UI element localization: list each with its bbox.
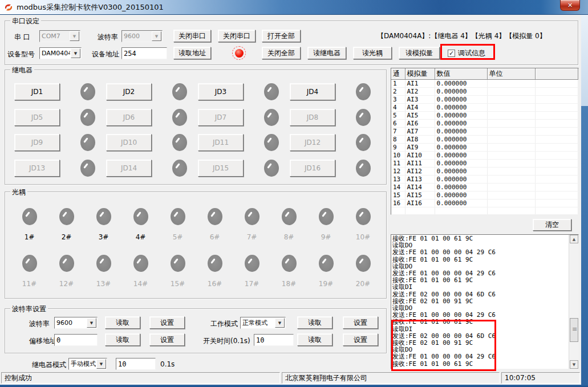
scroll-down-icon[interactable]: ▼ <box>570 360 578 369</box>
baud-label: 波特率 <box>98 32 118 42</box>
work-mode-set-button[interactable]: 设置 <box>343 316 378 329</box>
switch-time-set-button[interactable]: 设置 <box>343 333 378 346</box>
relay-button-jd1[interactable]: JD1 <box>14 83 60 100</box>
table-row: 7AI70.000000 <box>391 128 578 136</box>
table-row: 2AI20.000000 <box>391 88 578 96</box>
relay-mode-time-input[interactable] <box>116 358 156 370</box>
device-addr-input[interactable] <box>121 47 167 59</box>
baud-set-button[interactable]: 设置 <box>149 316 185 329</box>
switch-time-read-button[interactable]: 读取 <box>297 333 332 346</box>
analog-col-header: 模拟量 <box>405 68 435 80</box>
scrollbar-thumb[interactable] <box>570 318 578 342</box>
opto-label: 2# <box>62 233 72 241</box>
clear-log-button[interactable]: 清空 <box>533 219 571 231</box>
relay-button-jd2[interactable]: JD2 <box>106 83 152 100</box>
close-port-button-1[interactable]: 关闭串口 <box>173 30 211 42</box>
analog-col-header: 单位 <box>487 68 535 80</box>
table-cell <box>535 136 578 144</box>
table-cell: AI11 <box>405 160 435 168</box>
debug-info-label: 调试信息 <box>458 48 485 58</box>
relay-led-icon <box>80 109 95 126</box>
relay-button-jd4[interactable]: JD4 <box>290 83 335 100</box>
table-cell <box>487 192 535 199</box>
offset-set-button[interactable]: 设置 <box>149 333 185 346</box>
window-border-right <box>581 106 588 387</box>
relay-button-jd3[interactable]: JD3 <box>198 83 244 100</box>
chevron-down-icon: ▼ <box>71 48 80 58</box>
chevron-down-icon: ▼ <box>70 31 79 41</box>
close-button[interactable]: ✕ <box>560 0 580 11</box>
opto-group-title: 光耦 <box>10 188 27 197</box>
opto-cell: 3# <box>85 208 122 254</box>
relay-cell: JD1 <box>14 79 106 105</box>
table-cell <box>487 80 535 88</box>
debug-info-checkbox[interactable]: ✓ 调试信息 <box>448 48 485 58</box>
table-cell: AI1 <box>405 80 435 88</box>
relay-cell: JD4 <box>290 79 382 105</box>
table-cell: 14 <box>391 184 405 192</box>
opto-label: 1# <box>25 233 35 241</box>
window-border-right <box>581 15 588 106</box>
open-all-button[interactable]: 打开全部 <box>262 30 301 42</box>
table-cell <box>535 88 578 96</box>
table-row: 1AI10.000000 <box>391 80 578 88</box>
scroll-up-icon[interactable]: ▲ <box>570 235 578 243</box>
read-addr-button[interactable]: 读取地址 <box>173 47 211 59</box>
model-label: 设备型号 <box>7 50 35 59</box>
table-cell <box>487 104 535 112</box>
log-line: 接收:FE 02 01 00 91 9C <box>392 298 569 305</box>
relay-led-icon <box>80 160 95 177</box>
opto-label: 16# <box>208 280 222 288</box>
relay-mode-row: 继电器模式 手动模式▼ 0.1s <box>5 357 387 372</box>
work-mode-read-button[interactable]: 读取 <box>297 316 332 329</box>
table-cell <box>487 128 535 136</box>
baud2-select[interactable]: 9600▼ <box>54 317 98 329</box>
log-scrollbar[interactable]: ▲ ▼ <box>569 235 578 369</box>
opto-label: 14# <box>133 280 148 288</box>
baud2-label: 波特率 <box>29 319 50 329</box>
relay-button-jd15: JD15 <box>198 160 244 177</box>
offset-addr-input[interactable] <box>54 334 98 346</box>
status-bar: 控制成功 北京聚英翱翔电子有限公司 10:07:05 <box>0 371 581 385</box>
checkbox-check-icon[interactable]: ✓ <box>448 50 455 57</box>
baud-read-button[interactable]: 读取 <box>105 316 140 329</box>
work-mode-select[interactable]: 正常模式▼ <box>240 317 286 329</box>
relay-group: 继电器 JD1JD2JD3JD4JD5JD6JD7JD8JD9JD10JD11J… <box>5 70 387 185</box>
log-line: 读取DI <box>392 284 569 291</box>
table-cell: 12 <box>391 168 405 176</box>
table-cell: 0.000000 <box>435 96 487 104</box>
chevron-down-icon: ▼ <box>96 359 106 369</box>
relay-button-jd6: JD6 <box>106 109 152 126</box>
read-relay-button[interactable]: 读继电器 <box>307 47 346 59</box>
log-line: 接收:FE 01 01 00 61 9C <box>392 277 569 284</box>
table-row: 13AI130.000000 <box>391 176 578 184</box>
close-all-button[interactable]: 关闭全部 <box>262 47 301 59</box>
opto-led-icon <box>356 208 371 225</box>
opto-label: 8# <box>284 233 294 241</box>
model-select[interactable]: DAM0404A▼ <box>39 47 82 59</box>
table-cell: 0.000000 <box>435 184 487 192</box>
debug-log-content: 接收:FE 01 01 00 61 9C读取DO发送:FE 01 00 00 0… <box>391 235 569 369</box>
read-opto-button[interactable]: 读光耦 <box>353 47 392 59</box>
table-cell <box>535 112 578 120</box>
table-cell <box>535 160 578 168</box>
opto-led-icon <box>282 208 297 225</box>
opto-led-icon <box>22 255 37 272</box>
offset-read-button[interactable]: 读取 <box>105 333 140 346</box>
relay-cell: JD10 <box>106 130 198 156</box>
relay-button-jd16: JD16 <box>290 160 335 177</box>
close-port-button-2[interactable]: 关闭串口 <box>218 30 256 42</box>
log-line: 接收:FE 01 01 00 61 9C <box>392 361 569 368</box>
switch-time-input[interactable] <box>254 334 294 346</box>
relay-mode-select[interactable]: 手动模式▼ <box>68 358 107 370</box>
read-analog-button[interactable]: 读模拟量 <box>399 47 440 59</box>
switch-time-label: 开关时间(0.1s) <box>203 336 250 346</box>
table-cell <box>535 207 578 215</box>
log-line: 接收:FE 02 01 00 91 9C <box>392 340 569 347</box>
debug-log-box[interactable]: 接收:FE 01 01 00 61 9C读取DO发送:FE 01 00 00 0… <box>391 234 579 369</box>
table-cell <box>405 207 435 215</box>
relay-led-icon <box>172 134 187 151</box>
opto-label: 9# <box>321 233 331 241</box>
table-cell: AI8 <box>405 136 435 144</box>
table-cell <box>487 136 535 144</box>
